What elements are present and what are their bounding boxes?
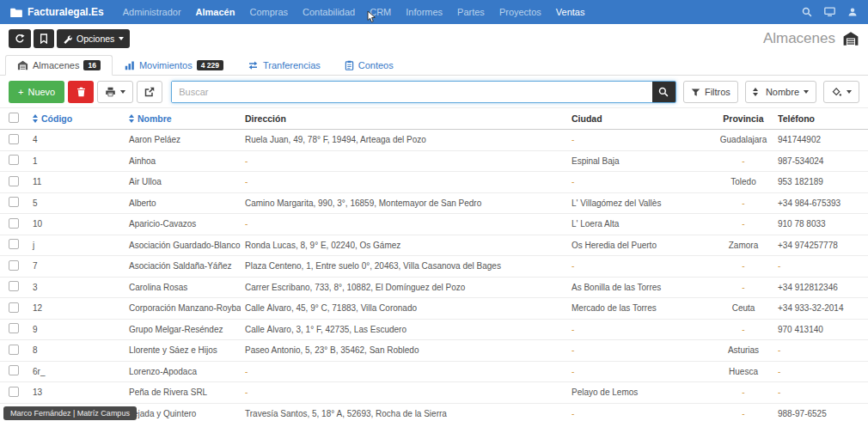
cell-codigo: 12: [26, 303, 125, 313]
cell-nombre[interactable]: Lorenzo-Apodaca: [125, 367, 241, 376]
search-button[interactable]: [652, 82, 675, 102]
row-checkbox[interactable]: [9, 176, 19, 186]
search-icon[interactable]: [802, 7, 812, 17]
printer-icon: [105, 87, 116, 97]
delete-button[interactable]: [68, 81, 94, 103]
warehouse-icon: [17, 60, 28, 70]
opciones-button[interactable]: Opciones: [57, 29, 130, 48]
cell-nombre[interactable]: Peña de Rivera SRL: [125, 387, 241, 397]
cell-telefono: +34 933-32-2014: [778, 303, 868, 313]
nuevo-button[interactable]: + Nuevo: [9, 81, 64, 103]
row-checkbox[interactable]: [9, 134, 19, 144]
column-header-provincia: Provincia: [709, 113, 778, 124]
refresh-button[interactable]: [9, 29, 31, 48]
page-title-label: Almacenes: [763, 30, 835, 47]
cell-provincia: Toledo: [709, 177, 778, 186]
cell-nombre[interactable]: Asociación Guardado-Blanco: [125, 241, 241, 250]
tab-movimientos[interactable]: Movimientos 4 229: [113, 55, 235, 76]
table-row[interactable]: 9 Grupo Melgar-Reséndez Calle Álvaro, 3,…: [0, 320, 868, 341]
tab-almacenes[interactable]: Almacenes 16: [5, 55, 113, 76]
table-row[interactable]: 8 Llorente y Sáez e Hijos Paseo Antonio,…: [0, 340, 868, 362]
table-row[interactable]: 4 Aaron Peláez Ruela Juan, 49, 78° F, 19…: [0, 130, 868, 151]
nav-item-partes[interactable]: Partes: [457, 7, 485, 17]
cell-nombre[interactable]: Corporación Manzano-Roybal: [125, 303, 241, 313]
nav-item-contabilidad[interactable]: Contabilidad: [303, 7, 355, 17]
select-all-checkbox[interactable]: [9, 113, 19, 123]
clipboard-icon: [345, 60, 354, 70]
column-header-nombre[interactable]: Nombre: [125, 113, 241, 124]
row-checkbox[interactable]: [9, 218, 19, 229]
tab-almacenes-label: Almacenes: [33, 60, 79, 70]
tab-almacenes-badge: 16: [83, 60, 100, 71]
cell-direccion: Paseo Antonio, 5, 23° B, 35462, San Robl…: [241, 345, 567, 355]
column-header-ciudad: Ciudad: [567, 113, 709, 124]
cell-nombre[interactable]: Carolina Rosas: [125, 283, 241, 292]
cell-direccion: -: [241, 156, 567, 166]
monitor-icon[interactable]: [824, 7, 835, 17]
row-checkbox[interactable]: [9, 302, 19, 313]
caret-down-icon: [120, 90, 125, 94]
cell-ciudad: Mercado de las Torres: [567, 303, 709, 313]
filtros-button[interactable]: Filtros: [683, 81, 738, 103]
cell-provincia: Huesca: [709, 367, 778, 376]
cell-nombre[interactable]: Aparicio-Cavazos: [125, 219, 241, 229]
cell-telefono: 988-97-6525: [778, 409, 868, 418]
cell-nombre[interactable]: Aaron Peláez: [125, 135, 241, 144]
cell-nombre[interactable]: Air Ulloa: [125, 177, 241, 186]
row-checkbox[interactable]: [9, 197, 19, 207]
column-header-telefono: Teléfono: [778, 113, 868, 124]
nav-item-compras[interactable]: Compras: [249, 7, 288, 17]
row-checkbox[interactable]: [9, 281, 19, 291]
column-header-direccion: Dirección: [241, 113, 567, 124]
row-checkbox[interactable]: [9, 365, 19, 375]
column-header-codigo[interactable]: Código: [26, 113, 125, 124]
user-icon[interactable]: [847, 7, 858, 17]
sort-icon: [33, 114, 38, 123]
tab-tranferencias[interactable]: Tranferencias: [235, 55, 333, 76]
nav-item-informes[interactable]: Informes: [406, 7, 443, 17]
table-row[interactable]: 11 Air Ulloa - - Toledo 953 182189: [0, 172, 868, 193]
row-checkbox[interactable]: [9, 260, 19, 271]
export-icon: [144, 87, 155, 97]
nav-item-administrador[interactable]: Administrador: [123, 7, 181, 17]
table-body: 4 Aaron Peláez Ruela Juan, 49, 78° F, 19…: [0, 130, 868, 421]
table-row[interactable]: 12 Corporación Manzano-Roybal Calle Álva…: [0, 298, 868, 320]
row-checkbox[interactable]: [9, 155, 19, 165]
table-row[interactable]: 5 Alberto Camino Margarita, 990, 3°, 168…: [0, 193, 868, 215]
cell-codigo: 11: [26, 177, 125, 186]
cell-nombre[interactable]: Grupo Melgar-Reséndez: [125, 325, 241, 334]
row-checkbox[interactable]: [9, 345, 19, 355]
cell-direccion: -: [241, 367, 567, 376]
cell-nombre[interactable]: Tejada y Quintero: [125, 409, 241, 418]
cell-nombre[interactable]: Ainhoa: [125, 156, 241, 166]
table-row[interactable]: j Asociación Guardado-Blanco Ronda Lucas…: [0, 235, 868, 257]
row-checkbox[interactable]: [9, 239, 19, 249]
table-row[interactable]: 7 Asociación Saldaña-Yáñez Plaza Centeno…: [0, 256, 868, 278]
cell-codigo: 4: [26, 135, 125, 144]
sort-button[interactable]: Nombre: [745, 81, 816, 103]
bulk-fill-button[interactable]: [823, 81, 859, 103]
row-checkbox[interactable]: [9, 323, 19, 333]
tab-conteos[interactable]: Conteos: [333, 55, 406, 76]
cell-nombre[interactable]: Asociación Saldaña-Yáñez: [125, 261, 241, 271]
export-button[interactable]: [137, 81, 162, 103]
search-input[interactable]: [172, 82, 652, 102]
cell-nombre[interactable]: Llorente y Sáez e Hijos: [125, 345, 241, 355]
print-button[interactable]: [97, 81, 133, 103]
row-checkbox[interactable]: [9, 387, 19, 397]
table-row[interactable]: 1 Ainhoa - Espinal Baja - 987-534024: [0, 151, 868, 173]
cell-direccion: Calle Álvaro, 45, 9° C, 71883, Villa Cor…: [241, 303, 567, 313]
nav-item-ventas[interactable]: Ventas: [556, 7, 585, 17]
nav-item-proyectos[interactable]: Proyectos: [499, 7, 541, 17]
table-row[interactable]: 6r_ Lorenzo-Apodaca - - Huesca -: [0, 362, 868, 383]
tab-tranferencias-label: Tranferencias: [263, 60, 321, 70]
table-row[interactable]: 13 Peña de Rivera SRL - Pelayo de Lemos …: [0, 382, 868, 404]
table-row[interactable]: 10 Aparicio-Cavazos - L' Loera Alta - 91…: [0, 214, 868, 235]
brand[interactable]: Facturalegal.Es: [10, 6, 104, 18]
bookmark-button[interactable]: [34, 29, 54, 48]
nav-item-almacen[interactable]: Almacén: [196, 7, 235, 17]
cell-telefono: 987-534024: [778, 156, 868, 166]
table-row[interactable]: 3 Carolina Rosas Carrer Escribano, 733, …: [0, 278, 868, 299]
opciones-label: Opciones: [76, 34, 114, 44]
cell-nombre[interactable]: Alberto: [125, 198, 241, 208]
